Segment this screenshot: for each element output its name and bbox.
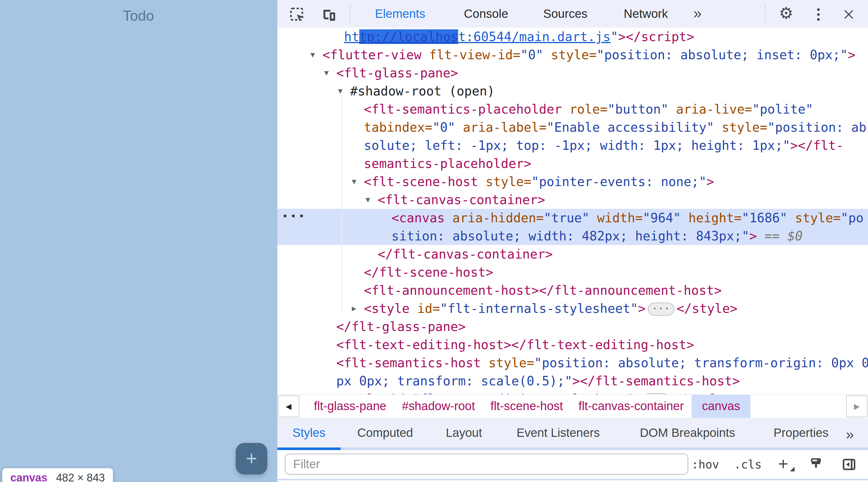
expand-arrow-icon[interactable]: ▶: [352, 299, 356, 318]
inspect-tooltip-dimensions: 482 × 843: [56, 472, 105, 482]
new-style-rule-button[interactable]: +: [778, 450, 788, 478]
code-segment: px 0px; transform: scale(0.5);": [336, 373, 572, 388]
dom-tree-row[interactable]: ▼<flt-glass-pane>: [277, 64, 868, 82]
dom-tree-row[interactable]: solute; left: -1px; top: -1px; width: 1p…: [277, 136, 868, 154]
code-segment: semantics-placeholder>: [364, 156, 531, 171]
dom-tree-row[interactable]: ▼<flt-canvas-container>: [277, 191, 868, 209]
breadcrumb-item-flt-glass-pane[interactable]: flt-glass-pane: [306, 395, 394, 418]
code-segment: "button": [608, 102, 669, 117]
code-segment: <flt-canvas-container>: [378, 192, 545, 207]
devtools-toolbar: ElementsConsoleSourcesNetwork » ⚙: [277, 0, 868, 28]
breadcrumb-item-flt-scene-host[interactable]: flt-scene-host: [483, 395, 571, 418]
inspect-icon[interactable]: [289, 6, 305, 23]
code-segment: "1686": [742, 211, 787, 225]
more-sidebar-tabs-icon[interactable]: »: [846, 420, 854, 449]
inline-expand-icon[interactable]: ···: [648, 303, 674, 316]
expand-arrow-icon[interactable]: ▼: [366, 191, 370, 209]
flutter-app-viewport[interactable]: Todo +: [0, 0, 277, 482]
code-segment: "po: [841, 211, 863, 225]
code-segment: "position: ab: [767, 120, 866, 134]
dom-tree[interactable]: http://localhost:60544/main.dart.js"></s…: [277, 28, 868, 394]
dom-tree-row[interactable]: ▶<style id="flt-internals-stylesheet">··…: [277, 299, 868, 318]
breadcrumb-scroll-left-icon[interactable]: ◀: [278, 395, 299, 417]
breadcrumb: ◀ flt-glass-pane#shadow-rootflt-scene-ho…: [277, 394, 868, 418]
sidebar-tab-dom-breakpoints[interactable]: DOM Breakpoints: [640, 418, 735, 448]
code-segment: width=: [589, 211, 643, 225]
code-segment: <flt-semantics-placeholder: [364, 102, 562, 117]
rendering-brush-icon[interactable]: [808, 456, 825, 473]
tab-console[interactable]: Console: [464, 0, 508, 28]
code-segment: style=: [478, 174, 531, 189]
settings-gear-icon[interactable]: ⚙: [778, 5, 794, 21]
dom-tree-row[interactable]: </flt-glass-pane>: [277, 318, 868, 336]
sidebar-tab-layout[interactable]: Layout: [446, 418, 482, 448]
plus-icon: +: [246, 448, 257, 468]
dom-tree-row[interactable]: ▼<flt-scene-host style="pointer-events: …: [277, 173, 868, 191]
code-segment: <flutter-view: [322, 48, 421, 62]
dom-tree-row[interactable]: <flt-announcement-host></flt-announcemen…: [277, 281, 868, 299]
more-tabs-icon[interactable]: »: [693, 0, 702, 26]
app-bar-title: Todo: [0, 7, 277, 24]
code-segment: ht: [344, 29, 359, 44]
tab-network[interactable]: Network: [624, 0, 668, 28]
dom-tree-row[interactable]: ▶<style id="flt-text-editing-stylesheet"…: [277, 390, 868, 394]
dom-tree-row-selected[interactable]: •••<canvas aria-hidden="true" width="964…: [277, 209, 868, 227]
sidebar-tab-properties[interactable]: Properties: [773, 418, 828, 448]
breadcrumb-item-flt-canvas-container[interactable]: flt-canvas-container: [571, 395, 692, 418]
code-segment: <flt-text-editing-host></flt-text-editin…: [336, 337, 694, 352]
device-toolbar-icon[interactable]: [321, 6, 337, 23]
expand-arrow-icon[interactable]: ▼: [352, 173, 356, 191]
tab-sources[interactable]: Sources: [543, 0, 587, 28]
dom-tree-row[interactable]: http://localhost:60544/main.dart.js"></s…: [277, 28, 868, 46]
dom-tree-row[interactable]: <flt-text-editing-host></flt-text-editin…: [277, 336, 868, 354]
breadcrumb-item-shadow-root[interactable]: #shadow-root: [394, 395, 483, 418]
code-segment: ></script>: [618, 29, 694, 44]
code-segment: "964": [643, 211, 681, 225]
tab-elements[interactable]: Elements: [375, 0, 425, 28]
code-segment: $0: [787, 229, 803, 243]
active-tab-underline: [277, 448, 341, 450]
expand-arrow-icon[interactable]: ▶: [324, 390, 329, 394]
expand-arrow-icon[interactable]: ▼: [324, 64, 329, 82]
code-segment: "polite": [752, 102, 813, 117]
dom-tree-row[interactable]: <flt-semantics-host style="position: abs…: [277, 354, 868, 372]
dom-tree-row[interactable]: semantics-placeholder>: [277, 154, 868, 173]
dom-tree-row[interactable]: </flt-canvas-container>: [277, 245, 868, 263]
kebab-menu-icon[interactable]: [810, 6, 826, 23]
dom-tree-row[interactable]: </flt-scene-host>: [277, 263, 868, 281]
styles-filter-input[interactable]: [285, 454, 688, 475]
dom-tree-row[interactable]: <flt-semantics-placeholder role="button"…: [277, 100, 868, 118]
code-segment: >: [749, 229, 757, 243]
dom-tree-row-selected[interactable]: sition: absolute; width: 482px; height: …: [277, 227, 868, 245]
sidebar-tab-styles[interactable]: Styles: [292, 418, 326, 448]
node-options-icon[interactable]: •••: [282, 207, 307, 225]
toggle-element-classes-button[interactable]: .cls: [734, 450, 762, 479]
dom-tree-row[interactable]: px 0px; transform: scale(0.5);"></flt-se…: [277, 372, 868, 390]
indent-guide-line: [341, 95, 342, 312]
code-segment: ></flt-: [790, 138, 843, 153]
code-segment: <flt-scene-host: [364, 174, 478, 189]
code-segment: </style>: [672, 392, 733, 394]
dom-tree-row[interactable]: tabindex="0" aria-label="Enable accessib…: [277, 118, 868, 136]
code-segment: aria-live=: [669, 102, 752, 117]
toggle-pseudo-classes-button[interactable]: :hov: [691, 450, 719, 479]
toggle-sidebar-icon[interactable]: [841, 456, 857, 473]
screen: Todo + canvas 482 × 843: [0, 0, 868, 482]
close-icon[interactable]: [841, 6, 857, 23]
code-segment: >: [707, 174, 714, 189]
breadcrumb-item-canvas[interactable]: canvas: [691, 395, 750, 418]
code-segment: <flt-announcement-host></flt-announcemen…: [364, 283, 722, 298]
code-segment: flt-view-id=: [421, 48, 520, 62]
code-segment: ></flt-semantics-host>: [572, 373, 740, 388]
add-todo-fab[interactable]: +: [236, 443, 267, 475]
dom-tree-row[interactable]: ▼#shadow-root (open): [277, 82, 868, 100]
expand-arrow-icon[interactable]: ▼: [310, 46, 315, 64]
code-segment: style=: [543, 48, 596, 62]
toolbar-separator: [765, 5, 766, 23]
sidebar-tab-event-listeners[interactable]: Event Listeners: [517, 418, 600, 448]
breadcrumb-scroll-right-icon[interactable]: ▶: [846, 395, 867, 417]
sidebar-tab-computed[interactable]: Computed: [357, 418, 413, 448]
dom-tree-row[interactable]: ▼<flutter-view flt-view-id="0" style="po…: [277, 46, 868, 64]
code-segment: id=: [409, 301, 440, 316]
code-segment: sition: absolute; width: 482px; height: …: [392, 229, 749, 243]
